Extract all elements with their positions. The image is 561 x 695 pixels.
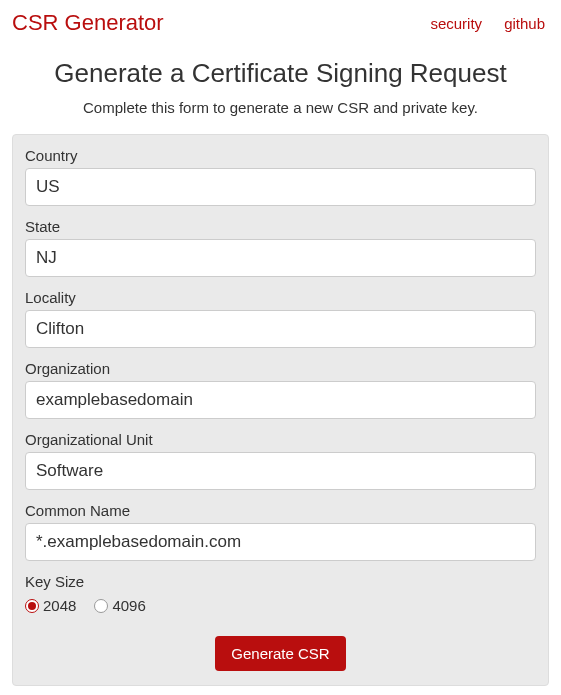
radio-2048-label: 2048 (43, 597, 76, 614)
label-organizational-unit: Organizational Unit (25, 427, 536, 448)
nav-links: security github (430, 15, 545, 32)
input-organizational-unit[interactable] (25, 452, 536, 490)
submit-row: Generate CSR (25, 632, 536, 671)
input-country[interactable] (25, 168, 536, 206)
nav-link-security[interactable]: security (430, 15, 482, 32)
generate-csr-button[interactable]: Generate CSR (215, 636, 345, 671)
header: CSR Generator security github (0, 0, 561, 44)
key-size-radio-group: 2048 4096 (25, 594, 536, 624)
page-subtitle: Complete this form to generate a new CSR… (12, 99, 549, 116)
label-organization: Organization (25, 356, 536, 377)
label-locality: Locality (25, 285, 536, 306)
input-state[interactable] (25, 239, 536, 277)
field-organization: Organization (25, 356, 536, 419)
radio-4096[interactable]: 4096 (94, 597, 145, 614)
field-key-size: Key Size 2048 4096 (25, 569, 536, 624)
label-state: State (25, 214, 536, 235)
field-locality: Locality (25, 285, 536, 348)
nav-link-github[interactable]: github (504, 15, 545, 32)
radio-dot-icon (28, 602, 36, 610)
field-organizational-unit: Organizational Unit (25, 427, 536, 490)
input-organization[interactable] (25, 381, 536, 419)
label-country: Country (25, 143, 536, 164)
field-country: Country (25, 143, 536, 206)
brand-title: CSR Generator (12, 10, 164, 36)
input-locality[interactable] (25, 310, 536, 348)
page-title: Generate a Certificate Signing Request (12, 58, 549, 89)
label-common-name: Common Name (25, 498, 536, 519)
label-key-size: Key Size (25, 569, 536, 590)
field-state: State (25, 214, 536, 277)
radio-circle-icon (25, 599, 39, 613)
radio-2048[interactable]: 2048 (25, 597, 76, 614)
form-card: Country State Locality Organization Orga… (12, 134, 549, 686)
radio-circle-icon (94, 599, 108, 613)
radio-4096-label: 4096 (112, 597, 145, 614)
main: Generate a Certificate Signing Request C… (0, 44, 561, 695)
input-common-name[interactable] (25, 523, 536, 561)
field-common-name: Common Name (25, 498, 536, 561)
